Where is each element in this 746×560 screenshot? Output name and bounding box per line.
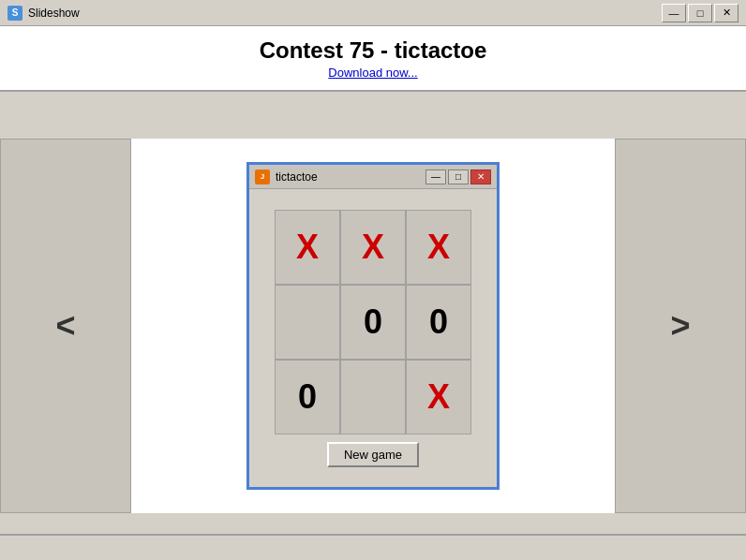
close-button[interactable]: ✕ bbox=[714, 4, 739, 22]
status-bar bbox=[0, 534, 746, 560]
game-board: X X X 0 0 0 X bbox=[275, 210, 471, 435]
cell-3[interactable] bbox=[275, 285, 340, 360]
page-title: Contest 75 - tictactoe bbox=[0, 37, 746, 64]
java-titlebar: J tictactoe — □ ✕ bbox=[249, 165, 497, 189]
cell-8[interactable]: X bbox=[406, 360, 471, 435]
java-maximize-button[interactable]: □ bbox=[448, 169, 469, 184]
java-window-controls: — □ ✕ bbox=[425, 169, 491, 184]
game-area: X X X 0 0 0 X New game bbox=[249, 189, 497, 487]
java-window-title: tictactoe bbox=[276, 170, 425, 184]
slideshow-area: < J tictactoe — □ ✕ bbox=[0, 92, 746, 560]
prev-button[interactable]: < bbox=[0, 139, 131, 513]
tictactoe-window: J tictactoe — □ ✕ X X X bbox=[246, 162, 500, 490]
java-icon: J bbox=[255, 169, 270, 184]
window-controls: — □ ✕ bbox=[662, 4, 739, 22]
cell-5[interactable]: 0 bbox=[406, 285, 471, 360]
app-icon: S bbox=[7, 6, 22, 21]
cell-0[interactable]: X bbox=[275, 210, 340, 285]
new-game-button[interactable]: New game bbox=[327, 442, 419, 467]
window-title: Slideshow bbox=[28, 7, 662, 20]
next-button[interactable]: > bbox=[615, 139, 746, 513]
cell-6[interactable]: 0 bbox=[275, 360, 340, 435]
cell-1[interactable]: X bbox=[340, 210, 406, 285]
cell-4[interactable]: 0 bbox=[340, 285, 406, 360]
title-bar: S Slideshow — □ ✕ bbox=[0, 0, 746, 26]
java-close-button[interactable]: ✕ bbox=[470, 169, 491, 184]
cell-7[interactable] bbox=[340, 360, 406, 435]
slide-content: J tictactoe — □ ✕ X X X bbox=[131, 139, 615, 513]
download-link[interactable]: Download now... bbox=[328, 66, 417, 80]
main-content: Contest 75 - tictactoe Download now... <… bbox=[0, 26, 746, 560]
cell-2[interactable]: X bbox=[406, 210, 471, 285]
maximize-button[interactable]: □ bbox=[688, 4, 712, 22]
minimize-button[interactable]: — bbox=[662, 4, 686, 22]
header-section: Contest 75 - tictactoe Download now... bbox=[0, 26, 746, 92]
java-minimize-button[interactable]: — bbox=[425, 169, 446, 184]
